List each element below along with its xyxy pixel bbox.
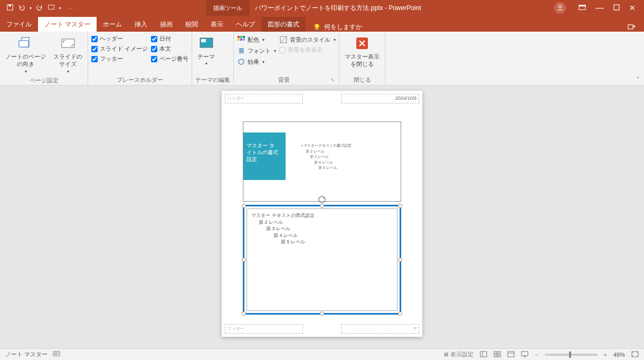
account-avatar[interactable] xyxy=(554,2,566,14)
resize-handle[interactable] xyxy=(398,258,402,262)
fit-to-window-icon[interactable] xyxy=(631,351,639,358)
chk-body[interactable]: 本文 xyxy=(151,45,188,53)
collapse-ribbon-icon[interactable]: ˄ xyxy=(637,76,640,83)
save-icon[interactable] xyxy=(6,4,14,13)
title-bar: ▾ ▾ ⋯ 描画ツール パワーポイントでノートを印刷する方法.pptx - Po… xyxy=(0,0,644,16)
slide-size-button[interactable]: スライドの サイズ ▾ xyxy=(51,34,84,75)
redo-icon[interactable] xyxy=(36,4,43,13)
tab-draw[interactable]: 描画 xyxy=(154,17,179,32)
svg-rect-1 xyxy=(8,4,11,6)
slide-title: マスター タ イトルの書式 設定 xyxy=(243,132,286,180)
resize-handle[interactable] xyxy=(398,204,402,208)
status-mode: ノート マスター xyxy=(5,350,48,358)
start-from-beginning-icon[interactable] xyxy=(48,4,55,13)
resize-handle[interactable] xyxy=(320,204,324,208)
group-page-setup: ノートのページ の向き ▾ スライドの サイズ ▾ ページ設定 xyxy=(0,32,88,85)
close-button[interactable]: ✕ xyxy=(629,4,636,12)
group-placeholders: ヘッダー スライド イメージ フッター 日付 本文 ページ番号 プレースホルダー xyxy=(88,32,192,85)
svg-rect-32 xyxy=(508,352,514,357)
svg-rect-6 xyxy=(614,5,619,10)
undo-icon[interactable] xyxy=(18,4,25,13)
chk-footer[interactable]: フッター xyxy=(91,55,148,63)
svg-point-3 xyxy=(558,5,561,8)
svg-rect-5 xyxy=(579,5,585,6)
chk-hide-bg: 背景を非表示 xyxy=(279,46,336,54)
status-bar: ノート マスター 🖥 表示設定 − + 49% xyxy=(0,348,644,360)
notes-master-page: ヘッダー 2024/10/9 マスター タ イトルの書式 設定 マスターテキスト… xyxy=(222,91,422,337)
tab-insert[interactable]: 挿入 xyxy=(128,17,154,32)
svg-rect-23 xyxy=(53,352,60,356)
status-notes-icon[interactable] xyxy=(53,351,60,358)
chk-page-number[interactable]: ページ番号 xyxy=(151,55,188,63)
close-master-button[interactable]: マスター表示 を閉じる xyxy=(343,34,382,69)
sorter-view-icon[interactable] xyxy=(494,351,501,358)
document-title: パワーポイントでノートを印刷する方法.pptx - PowerPoint xyxy=(250,4,421,13)
slideshow-view-icon[interactable] xyxy=(521,351,528,358)
workspace[interactable]: ヘッダー 2024/10/9 マスター タ イトルの書式 設定 マスターテキスト… xyxy=(0,86,644,348)
resize-handle[interactable] xyxy=(242,311,246,316)
zoom-slider[interactable] xyxy=(545,354,598,356)
resize-handle[interactable] xyxy=(398,311,402,316)
fonts-icon: 亜 xyxy=(237,46,245,55)
ribbon-display-icon[interactable] xyxy=(579,4,586,12)
tab-notes-master[interactable]: ノート マスター xyxy=(38,17,97,32)
svg-rect-29 xyxy=(498,352,500,354)
footer-placeholder[interactable]: フッター xyxy=(225,324,303,334)
colors-button[interactable]: 配色▾ xyxy=(237,35,276,44)
tab-review[interactable]: 校閲 xyxy=(179,17,204,32)
tab-home[interactable]: ホーム xyxy=(97,17,128,32)
slide-size-icon xyxy=(60,35,77,52)
date-placeholder[interactable]: 2024/10/9 xyxy=(341,94,419,103)
tab-help[interactable]: ヘルプ xyxy=(230,17,261,32)
close-icon xyxy=(354,35,371,52)
notes-orientation-button[interactable]: ノートのページ の向き ▾ xyxy=(3,34,48,75)
svg-rect-30 xyxy=(494,355,497,357)
display-settings-button[interactable]: 🖥 表示設定 xyxy=(443,350,473,358)
bg-styles-icon xyxy=(279,35,288,44)
resize-handle[interactable] xyxy=(320,311,324,316)
reading-view-icon[interactable] xyxy=(507,351,515,358)
themes-button[interactable]: テーマ ▾ xyxy=(195,34,217,68)
maximize-button[interactable] xyxy=(613,4,620,12)
quick-access-toolbar: ▾ ▾ ⋯ xyxy=(0,4,73,13)
effects-button[interactable]: 効果▾ xyxy=(237,57,276,67)
svg-rect-7 xyxy=(628,25,633,29)
bg-styles-button[interactable]: 背景のスタイル▾ xyxy=(279,35,336,44)
resize-handle[interactable] xyxy=(242,258,246,262)
share-button[interactable] xyxy=(627,23,644,32)
title-center: 描画ツール パワーポイントでノートを印刷する方法.pptx - PowerPoi… xyxy=(73,0,554,16)
notes-body-placeholder[interactable]: マスター テキストの書式設定 第 2 レベル 第 3 レベル 第 4 レベル 第… xyxy=(243,205,401,315)
svg-rect-9 xyxy=(19,41,29,47)
svg-rect-28 xyxy=(494,352,497,354)
page-number-placeholder[interactable]: # xyxy=(341,324,419,334)
svg-rect-12 xyxy=(201,39,206,42)
undo-dropdown[interactable]: ▾ xyxy=(30,6,32,11)
svg-rect-15 xyxy=(243,36,245,38)
svg-rect-34 xyxy=(522,352,528,356)
zoom-in-button[interactable]: + xyxy=(604,352,607,358)
bg-dialog-launcher[interactable]: ⤡ xyxy=(330,77,336,82)
chk-header[interactable]: ヘッダー xyxy=(91,35,148,43)
slide-image-placeholder[interactable]: マスター タ イトルの書式 設定 マスターテキストの書式設定 第 2 レベル 第… xyxy=(243,121,401,202)
group-theme-edit: テーマ ▾ テーマの編集 xyxy=(192,32,234,85)
chk-slide-image[interactable]: スライド イメージ xyxy=(91,45,148,53)
tab-view[interactable]: 表示 xyxy=(204,17,230,32)
tab-shape-format[interactable]: 図形の書式 xyxy=(261,17,306,32)
fonts-button[interactable]: 亜フォント▾ xyxy=(237,46,276,55)
qat-dropdown[interactable]: ▾ xyxy=(59,6,61,11)
zoom-level[interactable]: 49% xyxy=(613,352,625,358)
header-placeholder[interactable]: ヘッダー xyxy=(225,94,303,103)
tell-me-search[interactable]: 💡 何をしますか xyxy=(306,23,362,32)
ribbon: ノートのページ の向き ▾ スライドの サイズ ▾ ページ設定 ヘッダー スライ… xyxy=(0,32,644,86)
colors-icon xyxy=(237,35,245,44)
qat-more[interactable]: ⋯ xyxy=(69,6,73,11)
group-background: 配色▾ 亜フォント▾ 効果▾ 背景のスタイル▾ 背景を非表示 背景 ⤡ xyxy=(234,32,339,85)
zoom-out-button[interactable]: − xyxy=(535,352,538,358)
normal-view-icon[interactable] xyxy=(480,351,487,358)
tab-file[interactable]: ファイル xyxy=(0,17,38,32)
svg-rect-26 xyxy=(480,352,487,357)
effects-icon xyxy=(237,58,245,66)
chk-date[interactable]: 日付 xyxy=(151,35,188,43)
resize-handle[interactable] xyxy=(242,204,246,208)
minimize-button[interactable]: — xyxy=(595,3,604,13)
